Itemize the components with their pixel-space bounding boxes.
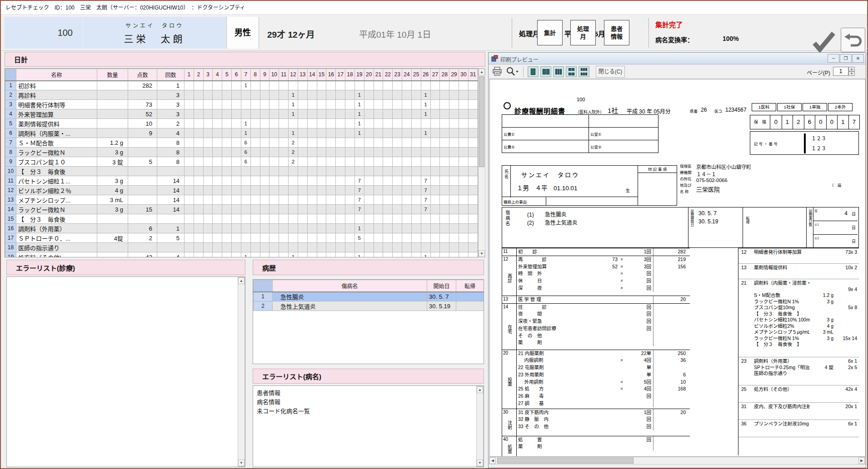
- daily-day-cell: [430, 233, 440, 243]
- page-spinner[interactable]: ▲▼: [848, 67, 855, 76]
- six-page-icon[interactable]: [579, 66, 589, 77]
- minimize-button[interactable]: ─: [828, 54, 839, 63]
- actual-days-col: 診療実日数保4日公1日公2日: [807, 207, 858, 247]
- kouhi-cell: 公費②: [502, 140, 589, 153]
- scrollbar-thumb[interactable]: [479, 76, 484, 167]
- claim-row-points: [653, 285, 688, 292]
- kigo-value-1: １２３: [811, 134, 826, 142]
- daily-row[interactable]: 6調剤料（内服薬・...941111: [5, 128, 478, 138]
- error-list-disease-box[interactable]: 患者情報病名情報未コード化病名一覧 ▲ ▼: [253, 385, 484, 467]
- scroll-up-icon[interactable]: ▲: [479, 69, 485, 75]
- preview-close-button[interactable]: 閉じる(C): [596, 66, 625, 78]
- error-list-item[interactable]: 病名情報: [257, 398, 310, 407]
- daily-row[interactable]: 10【 分３ 毎食後: [5, 167, 478, 176]
- daily-day-cell: [250, 243, 260, 252]
- daily-day-cell: [430, 157, 440, 167]
- two-page-icon[interactable]: [540, 66, 551, 77]
- preview-h-scrollbar[interactable]: ◀ ▶: [489, 457, 865, 464]
- daily-day-cell: [298, 186, 307, 195]
- daily-row[interactable]: 5薬剤情報提供料10211: [5, 119, 478, 128]
- daily-row[interactable]: 4外来管理加算523111: [5, 109, 478, 119]
- daily-scrollbar[interactable]: ▲ ▼: [478, 68, 485, 257]
- claim-row-points: [653, 400, 688, 407]
- claim-row-count: 回: [626, 393, 653, 400]
- scroll-up-icon[interactable]: ▲: [477, 386, 483, 393]
- daily-day-cell: [279, 100, 289, 109]
- scroll-right-icon[interactable]: ▶: [858, 457, 865, 464]
- daily-item-points: [128, 138, 157, 148]
- disease-box: 傷病名(1) 急性腸炎(2) 急性上気道炎: [502, 207, 688, 247]
- claim-row-count: 回: [626, 277, 653, 285]
- close-window-button[interactable]: ✕: [852, 54, 864, 63]
- daily-day-cell: [421, 214, 430, 224]
- error-list-medical-box[interactable]: ▲ ▼: [6, 276, 245, 467]
- daily-row[interactable]: 8ラックビー微粒Ｎ3 g862: [5, 148, 478, 157]
- daily-day-cell: [430, 195, 440, 205]
- daily-row[interactable]: 19処方料（その他)4241111: [5, 252, 478, 258]
- undo-button[interactable]: [841, 28, 865, 52]
- claim-row-count: 単: [626, 364, 653, 371]
- daily-day-cell: [336, 243, 345, 252]
- daily-row[interactable]: 9ブスコパン錠１０3 錠5862: [5, 157, 478, 167]
- daily-day-cell: [289, 176, 298, 186]
- error-list-item[interactable]: 未コード化病名一覧: [257, 407, 310, 416]
- spin-down-icon[interactable]: ▼: [848, 71, 855, 76]
- four-page-icon[interactable]: [566, 66, 577, 77]
- error-list-item[interactable]: 患者情報: [257, 389, 310, 398]
- daily-row[interactable]: 3明細書発行体制等733111: [5, 100, 478, 109]
- detail-qty: [810, 370, 833, 377]
- error-list-disease-scrollbar[interactable]: ▲ ▼: [476, 386, 484, 467]
- claim-row-times: ×: [618, 270, 626, 277]
- daily-row[interactable]: 13メプチンシロップ...3 mL1477: [5, 195, 478, 205]
- daily-row-number: 12: [5, 186, 16, 195]
- actual-days-unit: 日: [852, 211, 856, 217]
- daily-day-cell: [374, 128, 383, 138]
- daily-item-points: 2: [128, 233, 157, 243]
- preview-titlebar[interactable]: 印刷プレビュー ─ ❐ ✕: [489, 53, 866, 64]
- page-number-input[interactable]: 1: [833, 67, 848, 76]
- daily-day-cell: 1: [421, 100, 430, 109]
- history-panel-title: 病歴: [253, 260, 484, 275]
- history-row[interactable]: 1 急性腸炎30. 5. 7: [254, 292, 484, 301]
- preview-document-area[interactable]: 100診療報酬明細書（医科入院外）1社平成 30 年 05月分県番26医コ123…: [489, 79, 866, 457]
- claim-row-times: ×: [618, 285, 626, 292]
- detail-qty: 3 g: [810, 299, 833, 305]
- three-page-icon[interactable]: [553, 66, 564, 77]
- daily-row[interactable]: 1初診料28211: [5, 81, 478, 90]
- daily-row-number: 15: [5, 214, 16, 224]
- scroll-down-icon[interactable]: ▼: [479, 250, 485, 257]
- detail-value: 42x 4: [833, 386, 859, 393]
- patient-info-button[interactable]: 患者情報: [604, 20, 629, 45]
- scroll-left-icon[interactable]: ◀: [489, 457, 496, 464]
- daily-row[interactable]: 7Ｓ・Ｍ配合散1.2 g862: [5, 138, 478, 148]
- daily-row[interactable]: 17ＳＰトローチ０．...4錠255: [5, 233, 478, 243]
- claim-row: 処 置回: [517, 436, 690, 444]
- error-list-medical-scrollbar[interactable]: ▲ ▼: [238, 277, 245, 467]
- daily-row[interactable]: 18医師の指示通り: [5, 243, 478, 252]
- daily-row[interactable]: 12ビソルボン細粒２％4 g1477: [5, 186, 478, 195]
- daily-row[interactable]: 15【 分３ 毎食後: [5, 214, 478, 224]
- preview-title: 印刷プレビュー: [500, 55, 539, 63]
- scroll-down-icon[interactable]: ▼: [238, 459, 244, 466]
- daily-row[interactable]: 11パセトシン細粒１...3 g1477: [5, 176, 478, 186]
- daily-row[interactable]: 16調剤料（外用薬）611: [5, 224, 478, 233]
- daily-day-cell: [317, 233, 326, 243]
- aggregate-button[interactable]: 集計: [537, 20, 563, 45]
- maximize-button[interactable]: ❐: [840, 54, 852, 63]
- process-month-button[interactable]: 処理月: [570, 20, 596, 45]
- spin-up-icon[interactable]: ▲: [848, 67, 855, 71]
- scrollbar-thumb[interactable]: [497, 458, 634, 464]
- printer-icon[interactable]: [492, 66, 502, 76]
- daily-day-cell: [222, 109, 232, 119]
- daily-day-header: 16: [326, 69, 336, 81]
- history-row[interactable]: 2 急性上気道炎30. 5.19: [254, 301, 484, 311]
- one-page-icon[interactable]: [528, 66, 539, 77]
- scroll-down-icon[interactable]: ▼: [477, 459, 483, 466]
- daily-row[interactable]: 14ラックビー微粒Ｎ3 g151477: [5, 205, 478, 214]
- daily-day-cell: [269, 205, 279, 214]
- daily-row[interactable]: 2再診料3111: [5, 90, 478, 100]
- detail-code: [738, 336, 754, 342]
- magnifier-icon[interactable]: [506, 66, 519, 76]
- scroll-up-icon[interactable]: ▲: [238, 277, 244, 284]
- daily-day-cell: [374, 167, 383, 176]
